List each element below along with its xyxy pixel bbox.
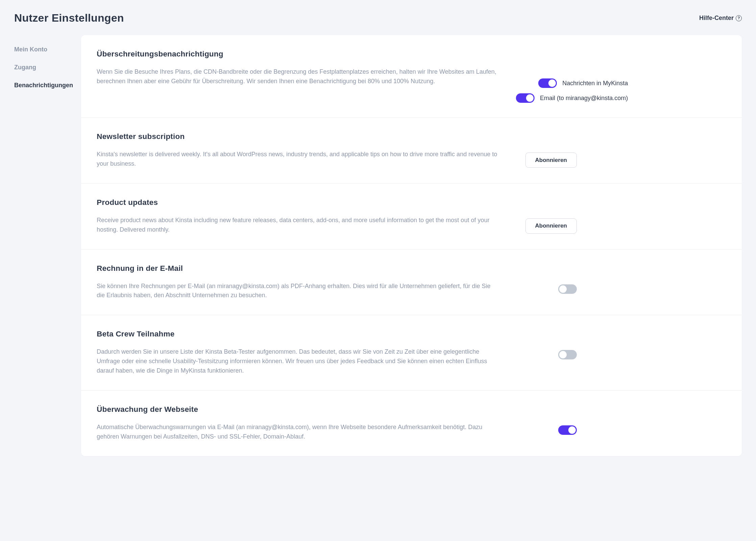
help-center-link[interactable]: Hilfe-Center ? xyxy=(699,15,742,22)
toggle-label: Nachrichten in MyKinsta xyxy=(562,80,628,87)
section-newsletter: Newsletter subscription Kinsta's newslet… xyxy=(81,118,742,184)
settings-card: Überschreitungsbenachrichtigung Wenn Sie… xyxy=(81,35,742,456)
toggle-site-monitoring[interactable] xyxy=(558,425,577,435)
subscribe-product-updates-button[interactable]: Abonnieren xyxy=(525,218,577,234)
help-center-label: Hilfe-Center xyxy=(699,15,734,22)
toggle-mykinsta-messages[interactable] xyxy=(538,78,557,88)
toggle-email-overage[interactable] xyxy=(516,93,535,103)
section-overage: Überschreitungsbenachrichtigung Wenn Sie… xyxy=(81,35,742,118)
toggle-label: Email (to miranagy@kinsta.com) xyxy=(540,95,628,102)
section-desc: Kinsta's newsletter is delivered weekly.… xyxy=(97,150,499,169)
sidebar-item-zugang[interactable]: Zugang xyxy=(14,58,81,76)
section-title: Newsletter subscription xyxy=(97,132,502,141)
toggle-beta-crew[interactable] xyxy=(558,350,577,359)
section-desc: Dadurch werden Sie in unsere Liste der K… xyxy=(97,347,499,376)
toggle-invoice-email[interactable] xyxy=(558,284,577,294)
section-title: Überwachung der Webseite xyxy=(97,405,502,414)
section-desc: Wenn Sie die Besuche Ihres Plans, die CD… xyxy=(97,67,499,86)
section-invoice-email: Rechnung in der E-Mail Sie können Ihre R… xyxy=(81,250,742,315)
section-beta-crew: Beta Crew Teilnahme Dadurch werden Sie i… xyxy=(81,315,742,391)
subscribe-newsletter-button[interactable]: Abonnieren xyxy=(525,152,577,168)
section-title: Rechnung in der E-Mail xyxy=(97,264,502,273)
topbar: Nutzer Einstellungen Hilfe-Center ? xyxy=(0,0,756,35)
section-desc: Automatische Überwachungswarnungen via E… xyxy=(97,423,499,442)
content: Überschreitungsbenachrichtigung Wenn Sie… xyxy=(81,35,756,541)
section-desc: Receive product news about Kinsta includ… xyxy=(97,216,499,235)
help-icon: ? xyxy=(736,15,742,21)
section-product-updates: Product updates Receive product news abo… xyxy=(81,184,742,250)
sidebar-item-benachrichtigungen[interactable]: Benachrichtigungen xyxy=(14,76,81,94)
section-desc: Sie können Ihre Rechnungen per E-Mail (a… xyxy=(97,282,499,301)
sidebar: Mein Konto Zugang Benachrichtigungen xyxy=(0,35,81,541)
section-title: Beta Crew Teilnahme xyxy=(97,330,502,338)
page-title: Nutzer Einstellungen xyxy=(14,12,124,24)
section-title: Überschreitungsbenachrichtigung xyxy=(97,50,502,58)
section-site-monitoring: Überwachung der Webseite Automatische Üb… xyxy=(81,391,742,456)
sidebar-item-mein-konto[interactable]: Mein Konto xyxy=(14,41,81,58)
section-title: Product updates xyxy=(97,198,502,207)
